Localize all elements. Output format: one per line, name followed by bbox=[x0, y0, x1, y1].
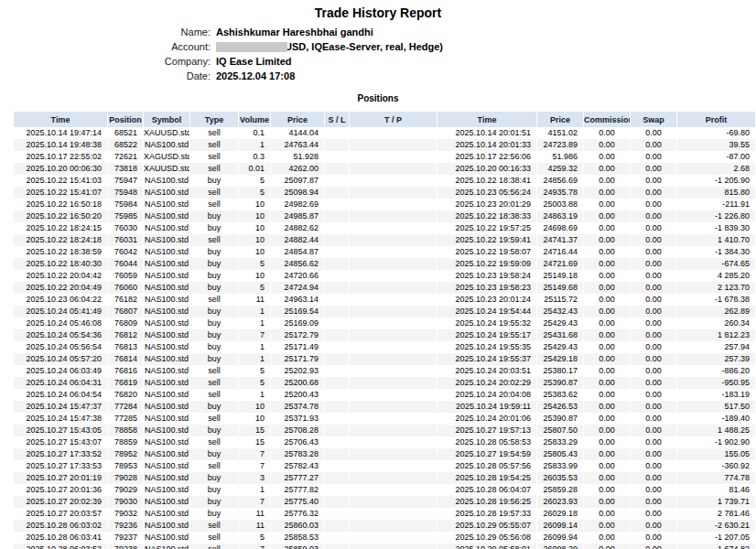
cell: 0.3 bbox=[239, 151, 270, 163]
cell: 7 bbox=[239, 496, 270, 508]
cell bbox=[325, 306, 349, 318]
cell: 25431.68 bbox=[537, 329, 583, 341]
cell: 24882.44 bbox=[271, 234, 324, 246]
cell bbox=[325, 187, 349, 199]
cell: 260.34 bbox=[677, 318, 755, 329]
cell: 25200.68 bbox=[271, 377, 324, 389]
cell bbox=[350, 413, 437, 425]
cell: NAS100.std bbox=[144, 413, 189, 425]
cell: 3 bbox=[239, 472, 270, 484]
cell bbox=[325, 258, 349, 270]
cell bbox=[325, 472, 349, 484]
cell: 1 bbox=[239, 389, 270, 401]
cell: 24741.37 bbox=[537, 234, 583, 246]
cell: sell bbox=[190, 377, 238, 389]
cell: 2025.10.27 17:33:52 bbox=[14, 448, 107, 460]
cell bbox=[350, 199, 437, 210]
cell bbox=[350, 436, 437, 448]
cell: 0.00 bbox=[584, 127, 630, 139]
cell: 0.00 bbox=[584, 472, 630, 484]
cell: 25202.93 bbox=[271, 365, 324, 377]
cell: sell bbox=[190, 532, 238, 544]
positions-tbody: 2025.10.14 19:47:1468521XAUUSD.stdsell0.… bbox=[14, 127, 755, 549]
cell: 77285 bbox=[108, 413, 143, 425]
table-row: 2025.10.24 05:46:0876809NAS100.stdbuy125… bbox=[14, 318, 755, 329]
company-value: IQ Ease Limited bbox=[216, 54, 292, 69]
cell: 2025.10.22 18:24:15 bbox=[14, 222, 107, 234]
cell: 25390.87 bbox=[537, 413, 583, 425]
table-row: 2025.10.24 06:03:4976816NAS100.stdsell52… bbox=[14, 365, 755, 377]
cell: 10 bbox=[239, 401, 270, 413]
cell: 2025.10.23 19:58:23 bbox=[437, 282, 536, 294]
table-row: 2025.10.23 06:04:2276182NAS100.stdsell11… bbox=[14, 294, 755, 306]
cell: 4259.32 bbox=[537, 163, 583, 175]
cell: 0.00 bbox=[584, 365, 630, 377]
cell bbox=[350, 258, 437, 270]
cell: buy bbox=[190, 282, 238, 294]
cell: 76182 bbox=[108, 294, 143, 306]
cell: 25380.17 bbox=[537, 365, 583, 377]
cell: buy bbox=[190, 222, 238, 234]
cell: 0.00 bbox=[631, 413, 676, 425]
cell bbox=[350, 306, 437, 318]
cell: 25775.40 bbox=[271, 496, 324, 508]
cell bbox=[350, 282, 437, 294]
cell: 76814 bbox=[108, 353, 143, 365]
table-row: 2025.10.24 06:04:3176819NAS100.stdsell52… bbox=[14, 377, 755, 389]
cell: 0.01 bbox=[239, 163, 270, 175]
cell: 0.00 bbox=[631, 520, 676, 532]
cell: buy bbox=[190, 318, 238, 329]
cell: sell bbox=[190, 436, 238, 448]
positions-header-row: TimePositionSymbolTypeVolumePriceS / LT … bbox=[14, 112, 755, 127]
cell: 2 123.70 bbox=[677, 282, 755, 294]
cell: 25706.43 bbox=[271, 436, 324, 448]
cell: buy bbox=[190, 484, 238, 496]
cell: NAS100.std bbox=[144, 365, 189, 377]
cell: sell bbox=[190, 234, 238, 246]
cell: 0.00 bbox=[631, 448, 676, 460]
cell: 24963.14 bbox=[271, 294, 324, 306]
cell: sell bbox=[190, 139, 238, 151]
cell: 257.39 bbox=[677, 353, 755, 365]
cell: 79238 bbox=[108, 544, 143, 549]
cell: 77284 bbox=[108, 401, 143, 413]
cell: buy bbox=[190, 341, 238, 353]
cell: buy bbox=[190, 425, 238, 436]
column-header-8: Time bbox=[437, 112, 536, 127]
page-title: Trade History Report bbox=[0, 5, 756, 20]
cell: 1 739.71 bbox=[677, 496, 755, 508]
cell: 0.00 bbox=[584, 234, 630, 246]
cell: 2025.10.24 19:59:11 bbox=[437, 401, 536, 413]
cell: 26035.53 bbox=[537, 472, 583, 484]
cell: 2025.10.22 16:50:18 bbox=[14, 199, 107, 210]
cell: 2025.10.24 20:04:08 bbox=[437, 389, 536, 401]
cell: 25169.09 bbox=[271, 318, 324, 329]
cell: 25777.82 bbox=[271, 484, 324, 496]
cell: 2025.10.24 05:46:08 bbox=[14, 318, 107, 329]
table-row: 2025.10.22 18:40:3076044NAS100.stdbuy524… bbox=[14, 258, 755, 270]
cell bbox=[350, 401, 437, 413]
cell: NAS100.std bbox=[144, 401, 189, 413]
cell: 25172.79 bbox=[271, 329, 324, 341]
cell: 24985.87 bbox=[271, 210, 324, 222]
cell: 76812 bbox=[108, 329, 143, 341]
cell: 25115.72 bbox=[537, 294, 583, 306]
cell: 10 bbox=[239, 246, 270, 258]
cell: NAS100.std bbox=[144, 520, 189, 532]
column-header-5: Price bbox=[271, 112, 324, 127]
table-row: 2025.10.22 20:04:4276059NAS100.stdbuy102… bbox=[14, 270, 755, 282]
table-row: 2025.10.22 15:41:0375947NAS100.stdbuy525… bbox=[14, 175, 755, 187]
cell: 4151.02 bbox=[537, 127, 583, 139]
cell: sell bbox=[190, 151, 238, 163]
cell: buy bbox=[190, 270, 238, 282]
meta-row-name: Name: Ashishkumar Hareshbhai gandhi bbox=[0, 25, 756, 39]
cell: 2025.10.24 06:04:54 bbox=[14, 389, 107, 401]
cell: 39.55 bbox=[677, 139, 755, 151]
cell bbox=[325, 353, 349, 365]
cell: 25833.29 bbox=[537, 436, 583, 448]
column-header-9: Price bbox=[537, 112, 583, 127]
cell: NAS100.std bbox=[144, 210, 189, 222]
cell: 0.00 bbox=[631, 425, 676, 436]
cell: 79237 bbox=[108, 532, 143, 544]
cell: 7 bbox=[239, 329, 270, 341]
